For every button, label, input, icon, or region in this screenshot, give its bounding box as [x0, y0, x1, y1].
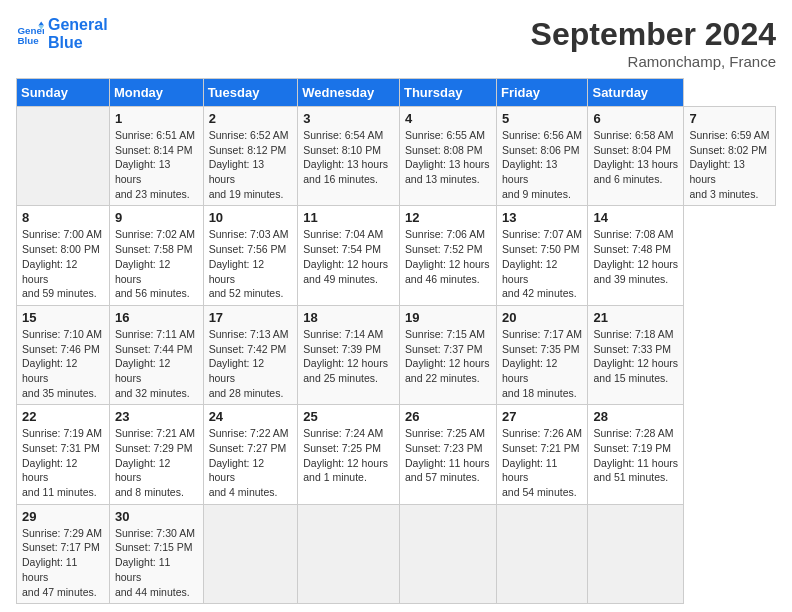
day-info: Sunrise: 7:21 AMSunset: 7:29 PMDaylight:… — [115, 427, 195, 498]
day-info: Sunrise: 6:51 AMSunset: 8:14 PMDaylight:… — [115, 129, 195, 200]
day-info: Sunrise: 7:13 AMSunset: 7:42 PMDaylight:… — [209, 328, 289, 399]
day-info: Sunrise: 7:03 AMSunset: 7:56 PMDaylight:… — [209, 228, 289, 299]
day-number: 6 — [593, 111, 678, 126]
day-number: 3 — [303, 111, 394, 126]
day-number: 14 — [593, 210, 678, 225]
table-row: 10Sunrise: 7:03 AMSunset: 7:56 PMDayligh… — [203, 206, 298, 305]
calendar-table: Sunday Monday Tuesday Wednesday Thursday… — [16, 78, 776, 604]
day-number: 12 — [405, 210, 491, 225]
table-row: 9Sunrise: 7:02 AMSunset: 7:58 PMDaylight… — [109, 206, 203, 305]
month-title: September 2024 — [531, 16, 776, 53]
day-number: 24 — [209, 409, 293, 424]
table-row: 5Sunrise: 6:56 AMSunset: 8:06 PMDaylight… — [496, 107, 587, 206]
day-number: 21 — [593, 310, 678, 325]
calendar-week-row: 1Sunrise: 6:51 AMSunset: 8:14 PMDaylight… — [17, 107, 776, 206]
day-info: Sunrise: 7:19 AMSunset: 7:31 PMDaylight:… — [22, 427, 102, 498]
day-number: 16 — [115, 310, 198, 325]
day-number: 7 — [689, 111, 770, 126]
day-info: Sunrise: 7:02 AMSunset: 7:58 PMDaylight:… — [115, 228, 195, 299]
table-row: 14Sunrise: 7:08 AMSunset: 7:48 PMDayligh… — [588, 206, 684, 305]
day-info: Sunrise: 7:07 AMSunset: 7:50 PMDaylight:… — [502, 228, 582, 299]
day-number: 15 — [22, 310, 104, 325]
day-number: 2 — [209, 111, 293, 126]
day-info: Sunrise: 7:25 AMSunset: 7:23 PMDaylight:… — [405, 427, 490, 483]
header-monday: Monday — [109, 79, 203, 107]
header-sunday: Sunday — [17, 79, 110, 107]
table-row: 24Sunrise: 7:22 AMSunset: 7:27 PMDayligh… — [203, 405, 298, 504]
table-row: 4Sunrise: 6:55 AMSunset: 8:08 PMDaylight… — [399, 107, 496, 206]
table-row: 30Sunrise: 7:30 AMSunset: 7:15 PMDayligh… — [109, 504, 203, 603]
logo-icon: General Blue — [16, 20, 44, 48]
table-row: 29Sunrise: 7:29 AMSunset: 7:17 PMDayligh… — [17, 504, 110, 603]
header-friday: Friday — [496, 79, 587, 107]
header-wednesday: Wednesday — [298, 79, 400, 107]
table-row: 16Sunrise: 7:11 AMSunset: 7:44 PMDayligh… — [109, 305, 203, 404]
day-number: 28 — [593, 409, 678, 424]
table-row: 19Sunrise: 7:15 AMSunset: 7:37 PMDayligh… — [399, 305, 496, 404]
day-info: Sunrise: 7:17 AMSunset: 7:35 PMDaylight:… — [502, 328, 582, 399]
day-number: 18 — [303, 310, 394, 325]
table-row: 23Sunrise: 7:21 AMSunset: 7:29 PMDayligh… — [109, 405, 203, 504]
day-number: 10 — [209, 210, 293, 225]
day-number: 22 — [22, 409, 104, 424]
day-info: Sunrise: 7:06 AMSunset: 7:52 PMDaylight:… — [405, 228, 490, 284]
day-number: 4 — [405, 111, 491, 126]
table-row: 15Sunrise: 7:10 AMSunset: 7:46 PMDayligh… — [17, 305, 110, 404]
day-info: Sunrise: 7:04 AMSunset: 7:54 PMDaylight:… — [303, 228, 388, 284]
table-row: 28Sunrise: 7:28 AMSunset: 7:19 PMDayligh… — [588, 405, 684, 504]
calendar-week-row: 29Sunrise: 7:29 AMSunset: 7:17 PMDayligh… — [17, 504, 776, 603]
title-block: September 2024 Ramonchamp, France — [531, 16, 776, 70]
day-info: Sunrise: 6:58 AMSunset: 8:04 PMDaylight:… — [593, 129, 678, 185]
table-row: 20Sunrise: 7:17 AMSunset: 7:35 PMDayligh… — [496, 305, 587, 404]
table-row: 25Sunrise: 7:24 AMSunset: 7:25 PMDayligh… — [298, 405, 400, 504]
day-number: 8 — [22, 210, 104, 225]
day-info: Sunrise: 7:10 AMSunset: 7:46 PMDaylight:… — [22, 328, 102, 399]
calendar-body: 1Sunrise: 6:51 AMSunset: 8:14 PMDaylight… — [17, 107, 776, 604]
day-info: Sunrise: 7:15 AMSunset: 7:37 PMDaylight:… — [405, 328, 490, 384]
day-info: Sunrise: 6:59 AMSunset: 8:02 PMDaylight:… — [689, 129, 769, 200]
day-info: Sunrise: 7:22 AMSunset: 7:27 PMDaylight:… — [209, 427, 289, 498]
table-row: 22Sunrise: 7:19 AMSunset: 7:31 PMDayligh… — [17, 405, 110, 504]
header-saturday: Saturday — [588, 79, 684, 107]
day-info: Sunrise: 7:24 AMSunset: 7:25 PMDaylight:… — [303, 427, 388, 483]
day-number: 27 — [502, 409, 582, 424]
day-number: 11 — [303, 210, 394, 225]
day-info: Sunrise: 6:52 AMSunset: 8:12 PMDaylight:… — [209, 129, 289, 200]
empty-cell — [17, 107, 110, 206]
logo-text-general: General — [48, 16, 108, 33]
day-info: Sunrise: 7:11 AMSunset: 7:44 PMDaylight:… — [115, 328, 195, 399]
table-row — [203, 504, 298, 603]
day-info: Sunrise: 7:00 AMSunset: 8:00 PMDaylight:… — [22, 228, 102, 299]
day-info: Sunrise: 7:14 AMSunset: 7:39 PMDaylight:… — [303, 328, 388, 384]
day-number: 26 — [405, 409, 491, 424]
day-info: Sunrise: 6:56 AMSunset: 8:06 PMDaylight:… — [502, 129, 582, 200]
day-info: Sunrise: 7:08 AMSunset: 7:48 PMDaylight:… — [593, 228, 678, 284]
table-row: 21Sunrise: 7:18 AMSunset: 7:33 PMDayligh… — [588, 305, 684, 404]
calendar-week-row: 8Sunrise: 7:00 AMSunset: 8:00 PMDaylight… — [17, 206, 776, 305]
table-row: 27Sunrise: 7:26 AMSunset: 7:21 PMDayligh… — [496, 405, 587, 504]
table-row: 18Sunrise: 7:14 AMSunset: 7:39 PMDayligh… — [298, 305, 400, 404]
day-number: 20 — [502, 310, 582, 325]
table-row: 8Sunrise: 7:00 AMSunset: 8:00 PMDaylight… — [17, 206, 110, 305]
day-number: 29 — [22, 509, 104, 524]
header-tuesday: Tuesday — [203, 79, 298, 107]
table-row: 26Sunrise: 7:25 AMSunset: 7:23 PMDayligh… — [399, 405, 496, 504]
table-row: 2Sunrise: 6:52 AMSunset: 8:12 PMDaylight… — [203, 107, 298, 206]
day-info: Sunrise: 7:26 AMSunset: 7:21 PMDaylight:… — [502, 427, 582, 498]
svg-text:Blue: Blue — [17, 34, 39, 45]
day-number: 17 — [209, 310, 293, 325]
day-number: 1 — [115, 111, 198, 126]
logo-text-blue: Blue — [48, 34, 108, 52]
day-info: Sunrise: 7:28 AMSunset: 7:19 PMDaylight:… — [593, 427, 678, 483]
day-number: 30 — [115, 509, 198, 524]
day-info: Sunrise: 7:29 AMSunset: 7:17 PMDaylight:… — [22, 527, 102, 598]
day-info: Sunrise: 6:54 AMSunset: 8:10 PMDaylight:… — [303, 129, 388, 185]
day-info: Sunrise: 7:18 AMSunset: 7:33 PMDaylight:… — [593, 328, 678, 384]
header-thursday: Thursday — [399, 79, 496, 107]
day-number: 5 — [502, 111, 582, 126]
logo: General Blue General Blue — [16, 16, 108, 51]
day-number: 19 — [405, 310, 491, 325]
table-row — [298, 504, 400, 603]
day-number: 25 — [303, 409, 394, 424]
location: Ramonchamp, France — [531, 53, 776, 70]
